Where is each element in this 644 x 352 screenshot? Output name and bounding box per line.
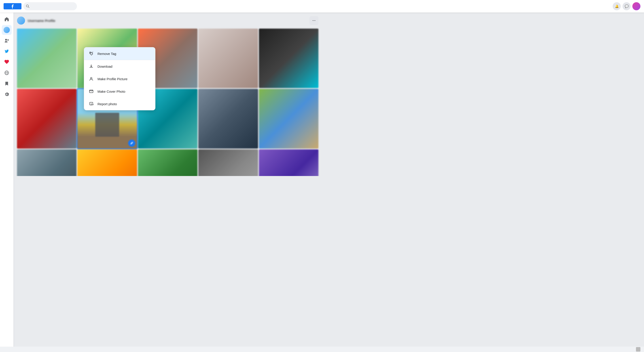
- photo-cell[interactable]: [259, 29, 318, 88]
- facebook-logo: [4, 3, 22, 9]
- svg-point-7: [312, 20, 313, 21]
- sidebar-item-settings[interactable]: [2, 89, 12, 99]
- menu-item-make-profile-picture-label: Make Profile Picture: [98, 77, 128, 81]
- svg-line-1: [28, 7, 30, 8]
- svg-point-0: [26, 5, 28, 7]
- sidebar-item-reactions[interactable]: [2, 57, 12, 67]
- svg-point-10: [90, 53, 91, 53]
- svg-point-16: [91, 105, 92, 105]
- photo-cell[interactable]: [198, 29, 258, 88]
- svg-point-9: [315, 20, 316, 21]
- left-sidebar: [0, 12, 14, 176]
- menu-item-remove-tag-label: Remove Tag: [98, 52, 116, 56]
- topbar: 🔔 💬: [0, 0, 322, 12]
- topbar-left: [4, 2, 77, 10]
- sidebar-item-home[interactable]: [2, 14, 12, 24]
- menu-item-download-label: Download: [98, 65, 112, 68]
- menu-item-make-profile-picture[interactable]: Make Profile Picture: [84, 73, 155, 85]
- cover-icon: [88, 88, 95, 95]
- menu-item-download[interactable]: Download: [84, 60, 155, 73]
- profile-header: Username Profile: [17, 16, 318, 25]
- menu-item-report-photo-label: Report photo: [98, 102, 117, 106]
- context-menu: Remove Tag Download Make Profile Picture: [84, 47, 156, 110]
- download-icon: [88, 63, 95, 70]
- profile-icon: [88, 75, 95, 82]
- sidebar-item-twitter[interactable]: [2, 46, 12, 56]
- svg-point-3: [8, 39, 9, 41]
- photo-grid: [17, 29, 318, 176]
- report-icon: [88, 100, 95, 107]
- photo-cell[interactable]: [77, 150, 137, 176]
- search-box[interactable]: [23, 2, 77, 10]
- photo-cell[interactable]: [259, 150, 318, 176]
- edit-photo-button[interactable]: [128, 140, 135, 147]
- profile-avatar-small: [17, 16, 25, 24]
- sidebar-item-friends[interactable]: [2, 36, 12, 46]
- main-content: Username Profile: [14, 12, 322, 176]
- sidebar-item-bookmark[interactable]: [2, 79, 12, 88]
- menu-item-make-cover-photo[interactable]: Make Cover Photo: [84, 85, 155, 98]
- tag-icon: [88, 50, 95, 57]
- svg-point-8: [314, 20, 314, 21]
- svg-line-11: [92, 52, 93, 53]
- menu-item-remove-tag[interactable]: Remove Tag: [84, 47, 155, 60]
- svg-point-12: [90, 77, 92, 79]
- menu-item-report-photo[interactable]: Report photo: [84, 98, 155, 110]
- page-settings-button[interactable]: [310, 16, 318, 25]
- photo-cell[interactable]: [198, 150, 258, 176]
- svg-point-2: [5, 39, 7, 41]
- photo-cell[interactable]: [17, 150, 76, 176]
- photo-cell[interactable]: [138, 150, 198, 176]
- photo-cell[interactable]: [259, 89, 318, 148]
- photo-cell[interactable]: [17, 29, 76, 88]
- menu-item-make-cover-photo-label: Make Cover Photo: [98, 90, 125, 93]
- sidebar-item-globe[interactable]: [2, 68, 12, 78]
- sidebar-item-profile[interactable]: [2, 25, 12, 35]
- photo-cell[interactable]: [17, 89, 76, 148]
- photo-cell[interactable]: [198, 89, 258, 148]
- profile-name: Username Profile: [28, 19, 55, 22]
